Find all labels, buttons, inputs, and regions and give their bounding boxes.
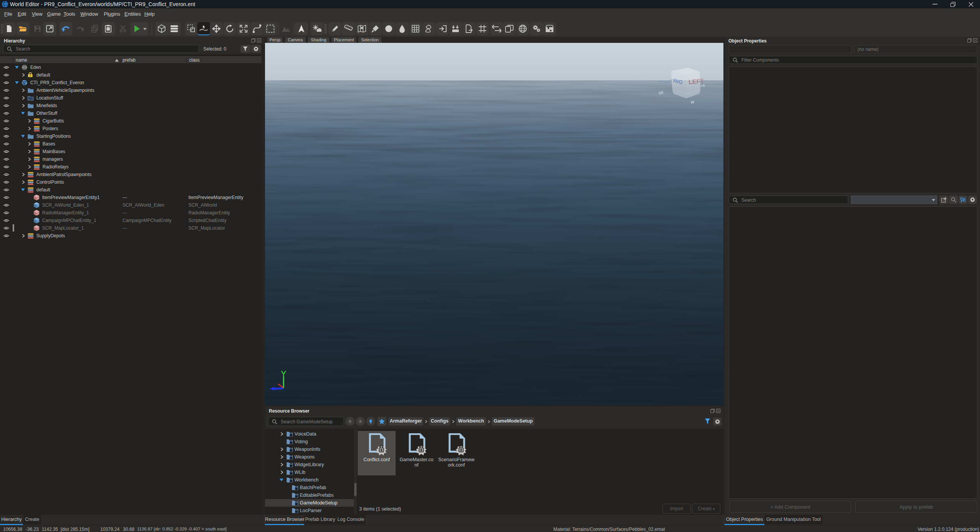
svg-text:W: W (690, 100, 695, 104)
svg-text:SE: SE (659, 90, 664, 95)
svg-text:LB: LB (701, 84, 705, 87)
